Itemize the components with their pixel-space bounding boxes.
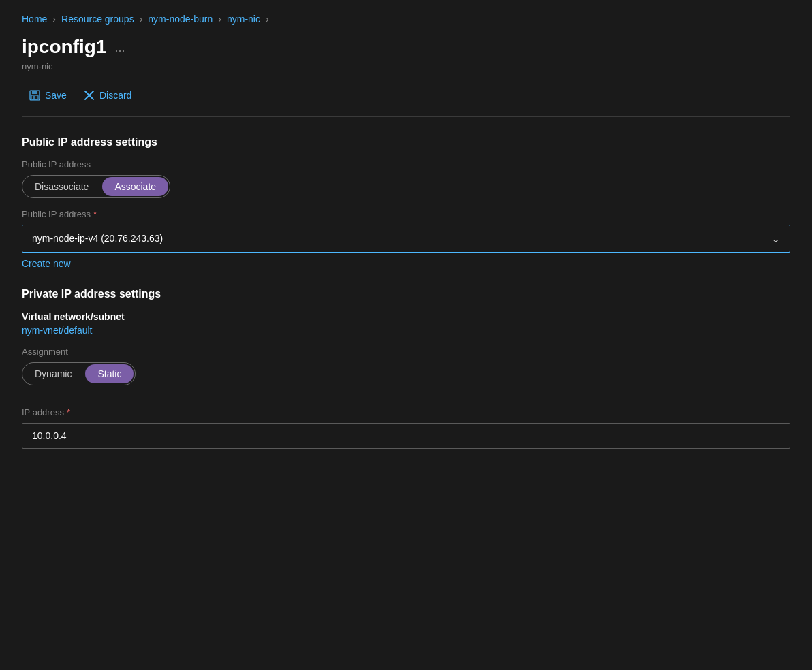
assignment-label: Assignment xyxy=(22,347,790,357)
page-container: Home › Resource groups › nym-node-burn ›… xyxy=(0,0,812,481)
breadcrumb-nym-nic[interactable]: nym-nic xyxy=(227,14,260,25)
page-header: ipconfig1 ... xyxy=(22,35,790,59)
ip-address-label: IP address* xyxy=(22,407,790,417)
disassociate-button[interactable]: Disassociate xyxy=(22,177,101,196)
public-ip-address-label: Public IP address* xyxy=(22,209,790,219)
toolbar: Save Discard xyxy=(22,85,790,117)
vnet-label: Virtual network/subnet xyxy=(22,311,790,322)
public-ip-section-title: Public IP address settings xyxy=(22,136,790,148)
svg-rect-1 xyxy=(32,91,37,94)
chevron-down-icon: ⌄ xyxy=(771,232,780,245)
static-button[interactable]: Static xyxy=(85,364,134,383)
discard-button[interactable]: Discard xyxy=(76,85,138,106)
public-ip-field-label: Public IP address xyxy=(22,159,790,170)
required-star-ip: * xyxy=(67,407,70,417)
svg-rect-3 xyxy=(33,96,35,99)
breadcrumb-home[interactable]: Home xyxy=(22,14,47,25)
create-new-link[interactable]: Create new xyxy=(22,258,71,269)
private-ip-section-title: Private IP address settings xyxy=(22,288,790,300)
save-label: Save xyxy=(45,90,67,101)
breadcrumb-sep-3: › xyxy=(218,14,221,25)
assignment-toggle-group: Dynamic Static xyxy=(22,362,136,385)
associate-button[interactable]: Associate xyxy=(102,177,168,196)
breadcrumb-nym-node-burn[interactable]: nym-node-burn xyxy=(148,14,213,25)
page-title: ipconfig1 xyxy=(22,35,106,59)
dynamic-button[interactable]: Dynamic xyxy=(22,364,84,383)
private-ip-section: Private IP address settings Virtual netw… xyxy=(22,288,790,449)
public-ip-section: Public IP address settings Public IP add… xyxy=(22,136,790,269)
public-ip-dropdown[interactable]: nym-node-ip-v4 (20.76.243.63) ⌄ xyxy=(22,225,790,253)
breadcrumb-sep-1: › xyxy=(52,14,56,25)
ip-address-input[interactable] xyxy=(22,423,790,449)
breadcrumb: Home › Resource groups › nym-node-burn ›… xyxy=(22,14,790,25)
breadcrumb-sep-4: › xyxy=(266,14,269,25)
vnet-link[interactable]: nym-vnet/default xyxy=(22,325,93,336)
save-button[interactable]: Save xyxy=(22,85,74,106)
public-ip-selected-value: nym-node-ip-v4 (20.76.243.63) xyxy=(32,233,163,244)
public-ip-toggle-group: Disassociate Associate xyxy=(22,175,170,198)
required-star-public-ip: * xyxy=(93,209,97,219)
discard-icon xyxy=(83,89,95,101)
breadcrumb-resource-groups[interactable]: Resource groups xyxy=(61,14,134,25)
discard-label: Discard xyxy=(99,90,131,101)
breadcrumb-sep-2: › xyxy=(140,14,143,25)
save-icon xyxy=(29,89,41,101)
page-subtitle: nym-nic xyxy=(22,61,790,71)
more-options-button[interactable]: ... xyxy=(114,41,125,55)
